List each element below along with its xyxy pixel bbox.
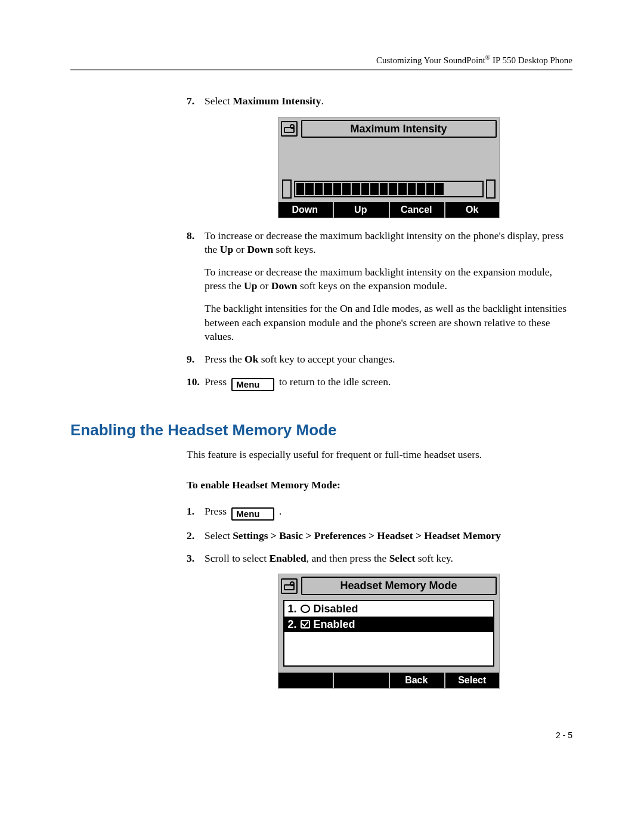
option-number: 1. xyxy=(288,602,297,616)
header-rule xyxy=(70,69,572,70)
softkey-down[interactable]: Down xyxy=(278,202,332,218)
softkey-back[interactable]: Back xyxy=(389,673,444,688)
step-number: 7. xyxy=(187,94,194,109)
phone-icon xyxy=(281,121,298,137)
softkey-empty xyxy=(333,673,388,688)
intensity-slider xyxy=(282,179,496,199)
step-number: 10. xyxy=(187,375,200,389)
procedure-subhead: To enable Headset Memory Mode: xyxy=(187,479,572,491)
lcd-maximum-intensity: Maximum Intensity DownUpCancelOk xyxy=(278,117,500,218)
menu-hardkey: Menu xyxy=(231,378,274,392)
softkey-ok[interactable]: Ok xyxy=(444,202,499,218)
page-number: 2 - 5 xyxy=(70,730,572,740)
running-header: Customizing Your SoundPoint® IP 550 Desk… xyxy=(70,54,572,66)
slider-segment xyxy=(305,183,314,195)
lcd-title: Maximum Intensity xyxy=(301,120,497,138)
section-intro: This feature is especially useful for fr… xyxy=(187,448,572,462)
slider-segment xyxy=(463,183,472,195)
slider-segment xyxy=(445,183,453,195)
registered-mark: ® xyxy=(485,54,490,61)
slider-segment xyxy=(417,183,425,195)
step-number: 2. xyxy=(187,529,194,543)
lcd-softkey-row: DownUpCancelOk xyxy=(278,202,499,218)
slider-segment xyxy=(315,183,323,195)
steps-continued: 7. Select Maximum Intensity. Maximum Int… xyxy=(187,94,572,391)
softkey-cancel[interactable]: Cancel xyxy=(389,202,444,218)
slider-cap-right xyxy=(486,179,496,199)
slider-segment xyxy=(296,183,305,195)
option-enabled[interactable]: 2.Enabled xyxy=(284,617,493,632)
slider-segment xyxy=(352,183,360,195)
slider-segment xyxy=(333,183,342,195)
slider-segment xyxy=(389,183,397,195)
softkey-empty xyxy=(278,673,332,688)
section-heading: Enabling the Headset Memory Mode xyxy=(70,421,572,439)
step-9: 9. Press the Ok soft key to accept your … xyxy=(187,352,572,367)
step-number: 8. xyxy=(187,229,194,243)
lcd-body-spacer xyxy=(278,139,499,178)
radio-unchecked-icon xyxy=(301,605,310,613)
slider-segment xyxy=(454,183,463,195)
step-10: 10. Press Menu to return to the idle scr… xyxy=(187,375,572,392)
header-suffix: IP 550 Desktop Phone xyxy=(490,55,572,65)
slider-segment xyxy=(324,183,332,195)
softkey-up[interactable]: Up xyxy=(333,202,388,218)
slider-segment xyxy=(380,183,388,195)
lcd-option-list: 1.Disabled2.Enabled xyxy=(283,600,494,667)
step-number: 9. xyxy=(187,352,194,367)
option-label: Disabled xyxy=(314,602,358,616)
step-b1: 1. Press Menu . xyxy=(187,504,572,521)
checkbox-checked-icon xyxy=(301,620,310,628)
slider-segment xyxy=(473,183,481,195)
slider-segment xyxy=(435,183,444,195)
phone-icon xyxy=(281,578,298,594)
menu-hardkey: Menu xyxy=(231,507,274,521)
step-number: 3. xyxy=(187,552,194,566)
lcd-softkey-row: BackSelect xyxy=(278,673,499,688)
lcd-headset-memory: Headset Memory Mode 1.Disabled2.Enabled … xyxy=(278,574,500,688)
slider-segment xyxy=(370,183,379,195)
option-disabled[interactable]: 1.Disabled xyxy=(284,601,493,617)
step-number: 1. xyxy=(187,504,194,519)
step-b2: 2. Select Settings > Basic > Preferences… xyxy=(187,529,572,543)
slider-segment xyxy=(398,183,407,195)
slider-segment xyxy=(361,183,370,195)
option-number: 2. xyxy=(288,617,297,631)
lcd-title: Headset Memory Mode xyxy=(301,577,497,594)
steps-headset: 1. Press Menu . 2. Select Settings > Bas… xyxy=(187,504,572,689)
slider-cap-left xyxy=(282,179,292,199)
slider-segment xyxy=(342,183,351,195)
list-padding xyxy=(284,632,493,665)
step-b3: 3. Scroll to select Enabled, and then pr… xyxy=(187,552,572,689)
slider-segment xyxy=(426,183,435,195)
step-8: 8. To increase or decrease the maximum b… xyxy=(187,229,572,344)
step-7: 7. Select Maximum Intensity. Maximum Int… xyxy=(187,94,572,218)
slider-segment xyxy=(408,183,416,195)
slider-track xyxy=(294,181,484,197)
option-label: Enabled xyxy=(314,617,355,631)
header-prefix: Customizing Your SoundPoint xyxy=(376,55,485,65)
softkey-select[interactable]: Select xyxy=(444,673,499,688)
